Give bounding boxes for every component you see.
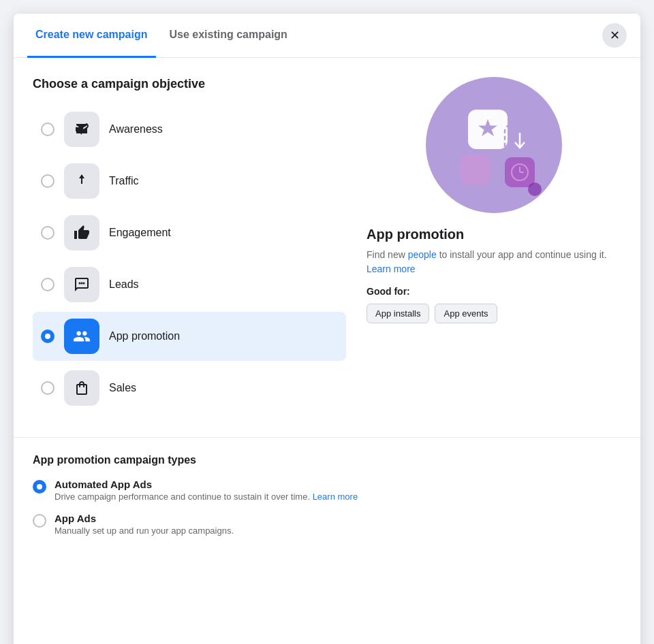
engagement-icon-box [64,215,99,251]
traffic-icon [74,173,90,189]
app-promo-svg [439,91,548,199]
tag-app-installs: App installs [367,304,429,323]
section-title: Choose a campaign objective [33,77,346,91]
campaign-modal: Create new campaign Use existing campaig… [14,14,640,644]
automated-app-ads-desc: Drive campaign performance and continue … [54,492,358,502]
svg-point-1 [81,283,83,285]
app-promotion-label: App promotion [109,330,180,342]
svg-point-12 [528,182,542,196]
traffic-label: Traffic [109,175,139,187]
radio-sales [41,381,54,395]
modal-body: Choose a campaign objective Aw [14,58,640,432]
svg-rect-5 [460,155,490,185]
campaign-types-title: App promotion campaign types [33,454,621,466]
tab-create-campaign[interactable]: Create new campaign [27,14,156,58]
sales-label: Sales [109,382,136,394]
preview-illustration [426,77,562,213]
objective-item-leads[interactable]: Leads [33,260,346,309]
leads-icon-box [64,267,99,302]
sales-icon [74,380,90,396]
objective-list: Awareness Traffic [33,105,346,413]
left-panel: Choose a campaign objective Aw [33,77,367,413]
good-for-title: Good for: [367,286,621,297]
app-ads-desc: Manually set up and run your app campaig… [54,526,234,536]
modal-header: Create new campaign Use existing campaig… [14,14,640,58]
app-promotion-icon-box [64,319,99,354]
radio-engagement [41,226,54,240]
tag-app-events: App events [435,304,497,323]
preview-desc-part1: Find new [367,249,408,260]
app-ads-name: App Ads [54,513,234,524]
preview-description: Find new people to install your app and … [367,248,621,276]
traffic-icon-box [64,163,99,199]
radio-app-ads [33,514,46,528]
campaign-type-list: Automated App Ads Drive campaign perform… [33,479,621,536]
sales-icon-box [64,370,99,406]
leads-icon [74,276,90,293]
radio-app-promotion [41,329,54,343]
preview-people-link[interactable]: people [408,249,437,260]
automated-learn-more-link[interactable]: Learn more [313,492,358,502]
radio-automated-app-ads [33,480,46,494]
objective-item-traffic[interactable]: Traffic [33,157,346,206]
awareness-label: Awareness [109,123,163,135]
learn-more-desc-link[interactable]: Learn more [367,263,416,274]
automated-desc-text: Drive campaign performance and continue … [54,492,313,502]
objective-item-awareness[interactable]: Awareness [33,105,346,154]
engagement-label: Engagement [109,227,171,239]
close-button[interactable]: ✕ [602,23,627,48]
radio-awareness [41,123,54,136]
tags-container: App installs App events [367,304,621,323]
automated-app-ads-name: Automated App Ads [54,479,358,490]
objective-item-app-promotion[interactable]: App promotion [33,312,346,361]
preview-title: App promotion [367,227,621,242]
objective-item-sales[interactable]: Sales [33,364,346,413]
right-panel: App promotion Find new people to install… [367,77,621,413]
automated-app-ads-info: Automated App Ads Drive campaign perform… [54,479,358,502]
engagement-icon [74,225,90,241]
awareness-icon-box [64,112,99,147]
leads-label: Leads [109,278,139,291]
app-ads-info: App Ads Manually set up and run your app… [54,513,234,536]
campaign-type-app-ads[interactable]: App Ads Manually set up and run your app… [33,513,621,536]
preview-desc-part2: to install your app and continue using i… [437,249,607,260]
svg-point-0 [79,283,81,285]
awareness-icon [74,121,90,138]
tab-existing-campaign[interactable]: Use existing campaign [161,14,296,58]
campaign-type-automated[interactable]: Automated App Ads Drive campaign perform… [33,479,621,502]
radio-leads [41,278,54,291]
bottom-section: App promotion campaign types Automated A… [14,437,640,555]
app-promotion-icon [73,327,91,345]
objective-item-engagement[interactable]: Engagement [33,208,346,257]
svg-point-2 [83,283,85,285]
radio-traffic [41,174,54,188]
